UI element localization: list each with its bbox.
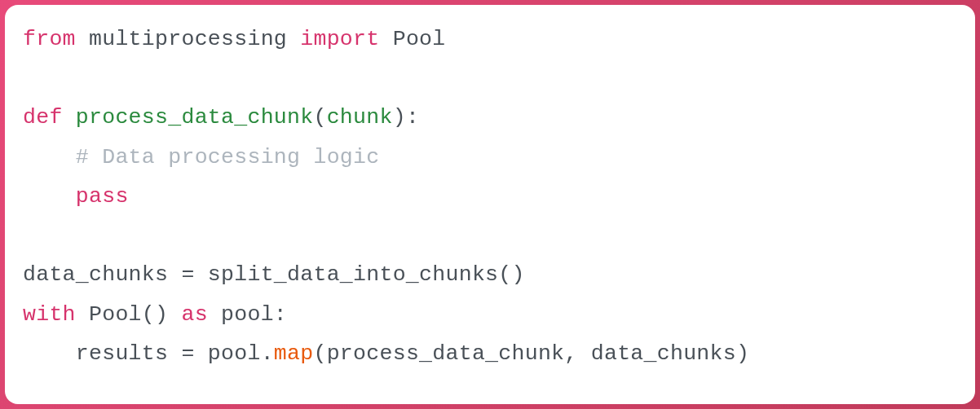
space <box>63 105 76 130</box>
method-map: map <box>274 341 314 366</box>
keyword-from: from <box>23 27 76 51</box>
keyword-def: def <box>23 105 63 130</box>
code-content: from multiprocessing import Pool def pro… <box>23 20 957 373</box>
keyword-import: import <box>300 27 379 51</box>
indent <box>23 341 76 366</box>
module-name: multiprocessing <box>76 27 300 51</box>
paren-open: ( <box>313 105 326 130</box>
import-name: Pool <box>379 27 445 51</box>
results-assign: results = pool. <box>76 341 274 366</box>
keyword-as: as <box>181 302 207 327</box>
keyword-pass: pass <box>76 184 129 209</box>
as-name: pool: <box>208 302 287 327</box>
parameter: chunk <box>327 105 393 130</box>
call-args: (process_data_chunk, data_chunks) <box>313 341 749 366</box>
comment: # Data processing logic <box>76 145 380 169</box>
paren-close-colon: ): <box>393 105 419 130</box>
with-expr: Pool() <box>76 302 182 327</box>
keyword-with: with <box>23 302 76 327</box>
assignment-line: data_chunks = split_data_into_chunks() <box>23 262 525 287</box>
indent <box>23 145 76 169</box>
code-block: from multiprocessing import Pool def pro… <box>5 5 975 404</box>
function-name: process_data_chunk <box>76 105 314 130</box>
indent <box>23 184 76 209</box>
